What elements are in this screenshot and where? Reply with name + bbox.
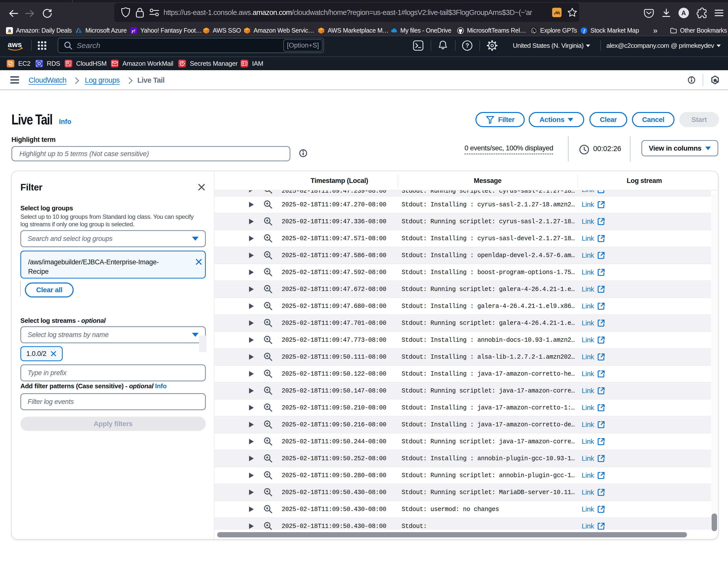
svg-text:?: ? (466, 42, 469, 49)
svg-text:a: a (8, 28, 11, 33)
svg-text:y!: y! (131, 29, 135, 33)
svg-text:aws: aws (8, 41, 22, 49)
svg-text:A: A (681, 9, 686, 17)
